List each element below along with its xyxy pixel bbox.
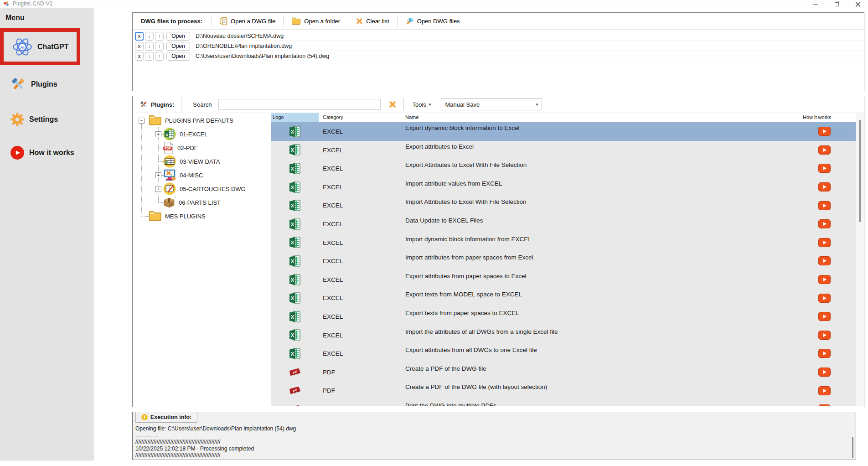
open-file-button[interactable]: Open xyxy=(166,52,190,61)
maximize-button[interactable] xyxy=(826,0,847,8)
file-path-field[interactable]: D:\Nouveau dossier\SCHEMA.dwg xyxy=(192,31,864,41)
play-button[interactable] xyxy=(818,145,831,155)
plugin-row[interactable]: XEXCELImport the attributes of all DWGs … xyxy=(271,326,856,345)
tree-expander-collapsed[interactable]: + xyxy=(155,186,161,192)
plugin-category: PDF xyxy=(319,400,396,406)
plugin-name: Export attributes to Excel xyxy=(396,141,793,160)
play-button[interactable] xyxy=(818,386,831,395)
close-button[interactable] xyxy=(847,0,868,8)
plugin-row[interactable]: XEXCELImport attributes from paper space… xyxy=(271,252,856,270)
column-header-name[interactable]: Name xyxy=(396,113,793,122)
move-down-button[interactable]: ↓ xyxy=(145,32,154,41)
open-file-button[interactable]: Open xyxy=(166,32,190,41)
plugin-row[interactable]: pdfPDFCreate a PDF of the DWG file xyxy=(271,363,856,382)
plugin-name: Export texts from paper spaces to EXCEL xyxy=(396,307,793,326)
plugin-row[interactable]: XEXCELImport Attributes to Excel With Fi… xyxy=(271,196,856,215)
play-button[interactable] xyxy=(818,238,831,247)
play-button[interactable] xyxy=(818,256,831,265)
clear-search-button[interactable] xyxy=(386,99,399,110)
play-button[interactable] xyxy=(818,294,831,303)
tree-item[interactable]: 06-PARTS LIST xyxy=(163,196,221,209)
play-button[interactable] xyxy=(818,331,831,340)
move-up-button[interactable]: ↑ xyxy=(155,52,164,61)
document-icon xyxy=(220,17,227,26)
remove-file-button[interactable]: x xyxy=(135,32,144,41)
tree-item[interactable]: PLUGINS PAR DEFAUTS xyxy=(148,114,233,127)
sidebar-item-how-it-works[interactable]: How it works xyxy=(10,145,74,161)
column-header-logo[interactable]: Logo xyxy=(271,113,319,122)
plugin-row[interactable]: XEXCELExport dynamic block information t… xyxy=(271,122,856,141)
tree-item[interactable]: 04-MISC xyxy=(163,168,203,182)
open-dwg-files-button[interactable]: Open DWG files xyxy=(398,14,468,28)
plugins-panel: Plugins: Search Tools ▾ Manual Save ▾ −P… xyxy=(132,96,864,407)
plugin-category: EXCEL xyxy=(319,252,396,270)
tree-item[interactable]: X01-EXCEL xyxy=(163,127,207,141)
plugin-row[interactable]: XEXCELExport attributes from paper space… xyxy=(271,270,856,289)
play-icon xyxy=(823,204,827,207)
pdf-logo-icon: pdf xyxy=(271,400,319,406)
play-button[interactable] xyxy=(818,312,831,321)
plugin-row[interactable]: pdfPDFPrint the DWG into multiple PDFs xyxy=(271,400,856,406)
play-button[interactable] xyxy=(818,127,831,136)
file-path-field[interactable]: D:\GRENOBLE\Plan implantation.dwg xyxy=(192,41,864,51)
sidebar-item-chatgpt[interactable]: AI ChatGPT xyxy=(0,28,80,65)
sidebar-item-plugins[interactable]: Plugins xyxy=(10,77,57,92)
play-button[interactable] xyxy=(818,182,831,192)
plugin-row[interactable]: XEXCELExport texts from paper spaces to … xyxy=(271,307,856,326)
plugin-row[interactable]: XEXCELExport attributes to Excel xyxy=(271,141,856,160)
file-path-field[interactable]: C:\Users\user\Downloads\Plan implantatio… xyxy=(192,51,864,61)
open-dwg-file-button[interactable]: Open a DWG file xyxy=(212,14,283,28)
tree-connector xyxy=(141,216,149,217)
tree-expander-collapsed[interactable]: + xyxy=(155,172,161,178)
plugin-row[interactable]: XEXCELData Update to EXCEL Files xyxy=(271,215,856,233)
log-scrollbar-thumb[interactable] xyxy=(852,437,853,458)
play-icon xyxy=(823,315,827,318)
move-down-button[interactable]: ↓ xyxy=(145,52,154,61)
open-folder-button[interactable]: Open a folder xyxy=(284,14,348,28)
plugin-category: EXCEL xyxy=(319,344,396,363)
tree-expander-expanded[interactable]: − xyxy=(139,118,145,124)
play-button[interactable] xyxy=(818,368,831,377)
sidebar-item-settings[interactable]: Settings xyxy=(10,112,58,127)
play-button[interactable] xyxy=(818,349,831,358)
move-up-button[interactable]: ↑ xyxy=(155,42,164,51)
play-button[interactable] xyxy=(818,275,831,284)
tree-item-label: MES PLUGINS xyxy=(165,213,206,220)
column-header-category[interactable]: Category xyxy=(319,113,396,122)
tree-item[interactable]: MES PLUGINS xyxy=(148,209,206,223)
save-mode-combobox[interactable]: Manual Save ▾ xyxy=(441,98,542,110)
plugin-row[interactable]: pdfPDFCreate a PDF of the DWG file (with… xyxy=(271,381,856,400)
tree-item[interactable]: 03-VIEW DATA xyxy=(163,155,220,168)
scrollbar-thumb[interactable] xyxy=(859,120,861,222)
play-button[interactable] xyxy=(818,219,831,228)
play-button[interactable] xyxy=(818,164,831,173)
plugin-row[interactable]: XEXCELExport Attributes to Excel With Fi… xyxy=(271,159,856,178)
minimize-button[interactable] xyxy=(805,0,826,8)
plugin-row[interactable]: XEXCELImport attribute values from EXCEL xyxy=(271,178,856,197)
tools-dropdown[interactable]: Tools ▾ xyxy=(408,101,434,108)
move-up-button[interactable]: ↑ xyxy=(155,32,164,41)
tree-item[interactable]: 05-CARTOUCHES DWG xyxy=(163,182,246,196)
open-file-button[interactable]: Open xyxy=(166,42,190,51)
gear-icon xyxy=(10,112,25,127)
clear-list-button[interactable]: Clear list xyxy=(348,14,397,28)
move-down-button[interactable]: ↓ xyxy=(145,42,154,51)
remove-file-button[interactable]: x xyxy=(135,42,144,51)
plugin-category: EXCEL xyxy=(319,215,396,233)
plugin-row[interactable]: XEXCELExport attributes from all DWGs to… xyxy=(271,344,856,363)
chevron-down-icon: ▾ xyxy=(429,102,431,107)
svg-text:X: X xyxy=(291,203,294,208)
remove-file-button[interactable]: x xyxy=(135,52,144,61)
play-button[interactable] xyxy=(818,404,831,406)
plugin-row[interactable]: XEXCELImport dynamic block information f… xyxy=(271,233,856,252)
tree-item[interactable]: PDF02-PDF xyxy=(163,141,198,155)
search-input[interactable] xyxy=(218,99,381,110)
plugin-row[interactable]: XEXCELExport texts from MODEL space to E… xyxy=(271,289,856,307)
info-icon: i xyxy=(141,414,148,420)
table-scrollbar[interactable] xyxy=(856,113,864,406)
dwg-file-row: x↓↑OpenC:\Users\user\Downloads\Plan impl… xyxy=(133,51,864,61)
column-header-how-it-works[interactable]: How it works xyxy=(793,113,856,122)
play-button[interactable] xyxy=(818,201,831,210)
tree-expander-collapsed[interactable]: + xyxy=(155,131,161,137)
plugin-name: Print the DWG into multiple PDFs xyxy=(396,400,793,406)
